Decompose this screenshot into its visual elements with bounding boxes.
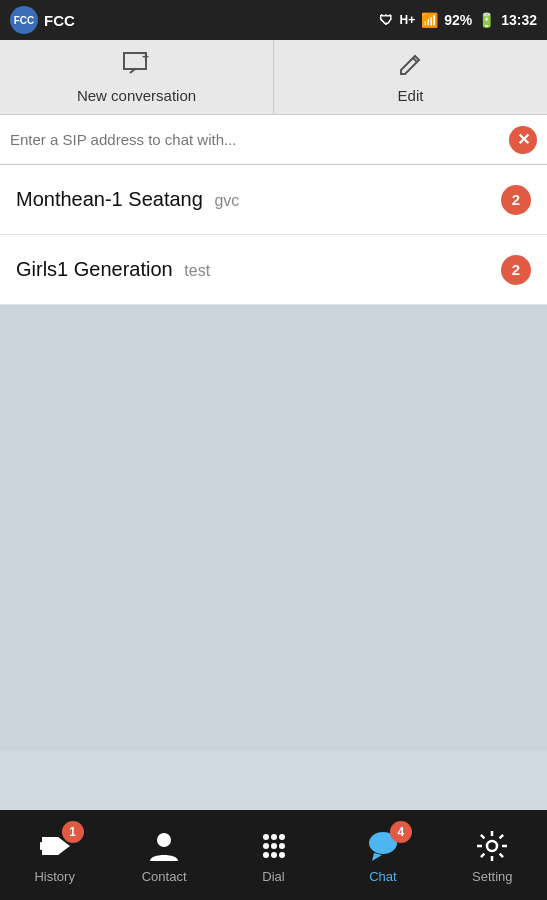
status-left: FCC FCC	[10, 6, 75, 34]
nav-item-setting[interactable]: Setting	[438, 810, 547, 900]
svg-point-15	[279, 852, 285, 858]
tab-edit[interactable]: Edit	[274, 40, 547, 114]
dial-label: Dial	[262, 869, 284, 884]
clear-button[interactable]: ✕	[509, 126, 537, 154]
unread-badge-1: 2	[501, 185, 531, 215]
svg-text:+: +	[142, 51, 149, 64]
svg-point-8	[271, 834, 277, 840]
chat-plus-icon: +	[122, 51, 152, 83]
svg-point-18	[487, 841, 497, 851]
search-bar: ✕	[0, 115, 547, 165]
conversation-item-1[interactable]: Monthean-1 Seatang gvc 2	[0, 165, 547, 235]
edit-label: Edit	[398, 87, 424, 104]
network-bars-icon: 📶	[421, 12, 438, 28]
tab-new-conversation[interactable]: + New conversation	[0, 40, 274, 114]
conversation-tag-1: gvc	[214, 192, 239, 209]
chat-badge: 4	[390, 821, 412, 843]
nav-item-contact[interactable]: Contact	[109, 810, 218, 900]
signal-icon: H+	[399, 13, 415, 27]
history-badge: 1	[62, 821, 84, 843]
content-area	[0, 305, 547, 750]
chat-label: Chat	[369, 869, 396, 884]
svg-point-14	[271, 852, 277, 858]
status-bar: FCC FCC 🛡 H+ 📶 92% 🔋 13:32	[0, 0, 547, 40]
chat-icon-wrap: 4	[364, 827, 402, 865]
battery-percent: 92%	[444, 12, 472, 28]
svg-point-11	[271, 843, 277, 849]
svg-point-12	[279, 843, 285, 849]
nav-item-history[interactable]: 1 History	[0, 810, 109, 900]
status-right: 🛡 H+ 📶 92% 🔋 13:32	[379, 12, 537, 28]
setting-label: Setting	[472, 869, 512, 884]
svg-point-7	[263, 834, 269, 840]
contact-icon-wrap	[145, 827, 183, 865]
history-icon-wrap: 1	[36, 827, 74, 865]
conversation-name-1: Monthean-1 Seatang gvc	[16, 188, 501, 211]
bottom-nav: 1 History Contact	[0, 810, 547, 900]
nav-item-chat[interactable]: 4 Chat	[328, 810, 437, 900]
app-logo: FCC	[10, 6, 38, 34]
nav-item-dial[interactable]: Dial	[219, 810, 328, 900]
battery-icon: 🔋	[478, 12, 495, 28]
search-input[interactable]	[10, 131, 501, 148]
conversation-list: Monthean-1 Seatang gvc 2 Girls1 Generati…	[0, 165, 547, 305]
svg-point-10	[263, 843, 269, 849]
tab-bar: + New conversation Edit	[0, 40, 547, 115]
svg-marker-17	[372, 853, 382, 861]
shield-icon: 🛡	[379, 12, 393, 28]
conversation-name-2: Girls1 Generation test	[16, 258, 501, 281]
history-label: History	[34, 869, 74, 884]
conversation-tag-2: test	[184, 262, 210, 279]
contact-label: Contact	[142, 869, 187, 884]
new-conversation-label: New conversation	[77, 87, 196, 104]
setting-icon-wrap	[473, 827, 511, 865]
svg-point-6	[157, 833, 171, 847]
conversation-item-2[interactable]: Girls1 Generation test 2	[0, 235, 547, 305]
clock: 13:32	[501, 12, 537, 28]
svg-rect-4	[40, 842, 60, 850]
app-name: FCC	[44, 12, 75, 29]
svg-point-13	[263, 852, 269, 858]
pencil-icon	[398, 51, 424, 83]
svg-point-9	[279, 834, 285, 840]
unread-badge-2: 2	[501, 255, 531, 285]
dial-icon-wrap	[255, 827, 293, 865]
